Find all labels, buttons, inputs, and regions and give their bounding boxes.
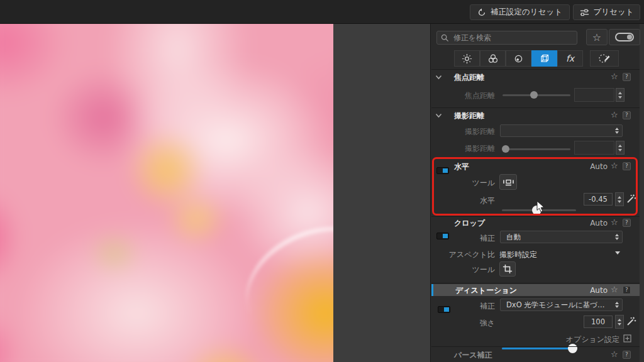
horizon-slider-label: 水平 xyxy=(413,195,495,206)
section-separator xyxy=(431,107,640,108)
shooting-slider-label: 撮影距離 xyxy=(413,143,495,154)
crop-correction-label: 補正 xyxy=(413,233,495,244)
crop-correction-value: 自動 xyxy=(506,233,521,242)
favorites-filter-button[interactable]: ☆ xyxy=(586,29,608,45)
star-icon[interactable]: ☆ xyxy=(611,218,618,226)
select-spinner-icon xyxy=(615,234,619,240)
search-icon xyxy=(441,34,449,42)
help-icon[interactable]: ? xyxy=(623,111,631,119)
horizon-tool-label: ツール xyxy=(413,178,495,189)
reset-icon xyxy=(477,8,486,17)
focal-slider-thumb[interactable] xyxy=(530,91,538,99)
section-separator xyxy=(431,216,640,217)
horizon-enable-checkbox[interactable] xyxy=(436,167,449,174)
distortion-correction-label: 補正 xyxy=(413,301,495,312)
strength-value-field[interactable]: 100 xyxy=(584,315,613,328)
section-separator xyxy=(431,69,640,70)
shooting-dropdown-label: 撮影距離 xyxy=(413,126,495,137)
local-adjustments-button[interactable] xyxy=(590,50,619,67)
star-icon[interactable]: ☆ xyxy=(611,350,618,358)
geometry-cube-icon xyxy=(539,53,550,64)
section-title-shooting: 撮影距離 xyxy=(454,111,484,121)
shooting-value-field[interactable] xyxy=(574,141,614,155)
photo-preview[interactable] xyxy=(0,24,333,362)
star-icon[interactable]: ☆ xyxy=(611,162,618,170)
crop-correction-select[interactable]: 自動 xyxy=(500,231,623,243)
tab-detail[interactable] xyxy=(506,50,531,67)
strength-slider[interactable] xyxy=(502,348,576,349)
options-expand-icon[interactable] xyxy=(623,334,631,343)
tab-geometry-selected[interactable] xyxy=(531,50,557,67)
section-separator xyxy=(431,346,640,347)
focal-stepper[interactable] xyxy=(616,88,625,102)
tab-light[interactable] xyxy=(454,50,480,67)
detail-lens-icon xyxy=(513,53,524,64)
help-icon[interactable]: ? xyxy=(623,286,631,294)
reset-corrections-button[interactable]: 補正設定のリセット xyxy=(470,4,570,20)
crop-aspect-label: アスペクト比 xyxy=(413,250,495,260)
corrections-toggle-button[interactable] xyxy=(609,29,640,45)
search-input[interactable] xyxy=(436,31,577,45)
help-icon[interactable]: ? xyxy=(623,219,631,227)
star-icon: ☆ xyxy=(592,33,601,41)
select-spinner-icon xyxy=(615,128,619,134)
section-title-perspective: パース補正 xyxy=(454,350,492,361)
tab-effects[interactable]: fx xyxy=(557,50,583,67)
crop-aspect-value[interactable]: 撮影時設定 xyxy=(499,250,537,260)
focal-value-field[interactable] xyxy=(574,88,614,102)
section-title-horizon: 水平 xyxy=(454,162,469,172)
horizon-tool-icon xyxy=(502,178,514,187)
help-icon[interactable]: ? xyxy=(623,73,631,81)
section-separator xyxy=(431,283,640,283)
distortion-active-bar xyxy=(431,284,433,296)
crop-auto-label: Auto xyxy=(582,219,608,228)
distortion-auto-label: Auto xyxy=(582,286,608,295)
star-icon[interactable]: ☆ xyxy=(611,111,618,119)
magic-wand-icon[interactable] xyxy=(626,316,636,327)
preset-button[interactable]: プリセット xyxy=(573,4,640,20)
light-sun-icon xyxy=(462,53,472,64)
horizon-tool-button[interactable] xyxy=(499,174,517,190)
distortion-correction-value: DxO 光学モジュールに基づいてい… xyxy=(506,300,609,310)
help-icon[interactable]: ? xyxy=(623,351,631,359)
shooting-slider[interactable] xyxy=(502,148,570,150)
section-title-crop: クロップ xyxy=(454,218,485,229)
star-icon[interactable]: ☆ xyxy=(611,72,618,80)
select-spinner-icon xyxy=(615,302,619,308)
application-window: 補正設定のリセット プリセット ☆ xyxy=(0,0,644,362)
strength-slider-thumb[interactable] xyxy=(568,344,577,353)
section-title-distortion: ディストーション xyxy=(455,285,517,296)
horizon-auto-label: Auto xyxy=(582,162,608,171)
preset-label: プリセット xyxy=(594,7,634,18)
preset-icon xyxy=(580,8,589,16)
shooting-distance-select[interactable] xyxy=(500,124,623,137)
magic-wand-icon[interactable] xyxy=(626,194,636,204)
star-icon[interactable]: ☆ xyxy=(611,285,618,293)
focal-slider-label: 焦点距離 xyxy=(413,90,495,101)
distortion-correction-select[interactable]: DxO 光学モジュールに基づいてい… xyxy=(500,299,623,311)
crop-tool-label: ツール xyxy=(413,265,495,275)
crop-tool-button[interactable] xyxy=(499,261,516,277)
chevron-down-icon[interactable] xyxy=(435,113,442,118)
section-title-focal: 焦点距離 xyxy=(454,72,484,83)
mouse-cursor xyxy=(536,200,545,213)
reset-corrections-label: 補正設定のリセット xyxy=(491,7,562,18)
horizon-value-field[interactable]: -0.45 xyxy=(584,193,613,206)
dropdown-arrow-icon xyxy=(615,251,620,255)
chevron-down-icon[interactable] xyxy=(435,75,442,80)
tab-color[interactable] xyxy=(480,50,506,67)
strength-stepper[interactable] xyxy=(615,315,624,329)
crop-tool-icon xyxy=(502,264,513,274)
horizon-stepper[interactable] xyxy=(615,192,624,206)
color-circles-icon xyxy=(487,53,499,64)
shooting-stepper[interactable] xyxy=(616,141,625,155)
fx-icon: fx xyxy=(566,53,574,63)
panel-scrollbar[interactable] xyxy=(640,24,644,362)
options-settings-link[interactable]: オプション設定 xyxy=(503,334,619,345)
local-adjustments-brush-icon xyxy=(598,53,611,64)
toggle-switch-icon xyxy=(615,33,634,41)
crop-aspect-dropdown-button[interactable] xyxy=(611,247,624,258)
focal-slider[interactable] xyxy=(502,94,570,96)
distortion-strength-label: 強さ xyxy=(413,318,495,329)
help-icon[interactable]: ? xyxy=(623,162,631,170)
